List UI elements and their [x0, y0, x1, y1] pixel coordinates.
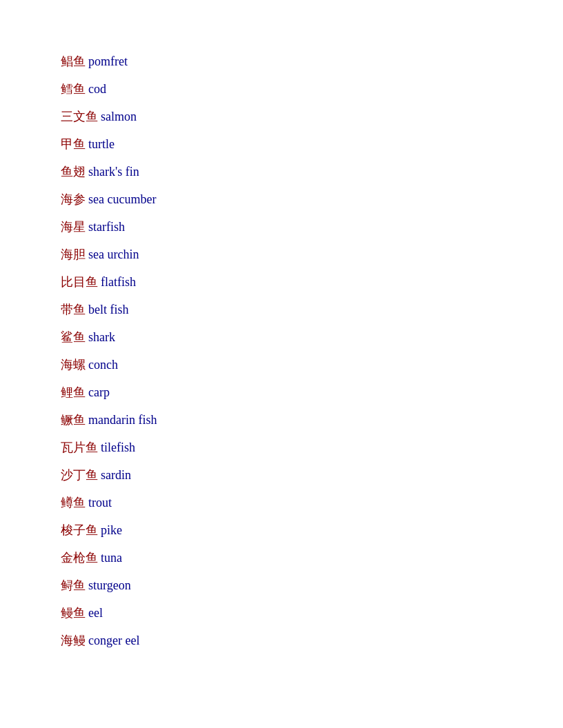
- chinese-text: 鲟鱼: [61, 578, 86, 592]
- chinese-text: 海螺: [61, 358, 86, 372]
- english-text: sea cucumber: [88, 192, 156, 206]
- chinese-text: 鳕鱼: [61, 82, 86, 96]
- english-text: pike: [101, 523, 122, 537]
- chinese-text: 沙丁鱼: [61, 468, 98, 482]
- chinese-text: 梭子鱼: [61, 523, 98, 537]
- chinese-text: 鱼翅: [61, 165, 86, 179]
- english-text: turtle: [88, 137, 115, 151]
- list-item: 金枪鱼tuna: [61, 552, 563, 564]
- english-text: trout: [88, 496, 112, 509]
- list-item: 鳟鱼trout: [61, 496, 563, 509]
- list-item: 三文鱼salmon: [61, 110, 563, 123]
- english-text: pomfret: [88, 54, 128, 68]
- list-item: 比目鱼flatfish: [61, 276, 563, 288]
- english-text: belt fish: [88, 303, 129, 316]
- english-text: sea urchin: [88, 247, 139, 261]
- list-item: 海星starfish: [61, 221, 563, 233]
- chinese-text: 海星: [61, 220, 86, 234]
- english-text: flatfish: [101, 275, 136, 289]
- english-text: salmon: [101, 110, 137, 123]
- list-item: 梭子鱼pike: [61, 524, 563, 536]
- english-text: tuna: [101, 551, 122, 565]
- chinese-text: 鳟鱼: [61, 496, 86, 509]
- chinese-text: 三文鱼: [61, 110, 98, 123]
- chinese-text: 甲鱼: [61, 137, 86, 151]
- english-text: sturgeon: [88, 578, 131, 592]
- chinese-text: 金枪鱼: [61, 551, 98, 565]
- chinese-text: 海鳗: [61, 634, 86, 647]
- english-text: mandarin fish: [88, 413, 157, 427]
- chinese-text: 比目鱼: [61, 275, 98, 289]
- chinese-text: 瓦片鱼: [61, 441, 98, 454]
- english-text: tilefish: [101, 441, 135, 454]
- english-text: conger eel: [88, 634, 139, 647]
- english-text: shark's fin: [88, 165, 139, 179]
- list-item: 甲鱼turtle: [61, 138, 563, 150]
- chinese-text: 鲨鱼: [61, 330, 86, 344]
- list-item: 鳜鱼mandarin fish: [61, 414, 563, 426]
- list-item: 海鳗conger eel: [61, 634, 563, 647]
- list-item: 鳗鱼eel: [61, 607, 563, 619]
- list-item: 鲳鱼pomfret: [61, 55, 563, 68]
- list-item: 鲟鱼sturgeon: [61, 579, 563, 592]
- chinese-text: 鳜鱼: [61, 413, 86, 427]
- list-item: 鲨鱼shark: [61, 331, 563, 343]
- english-text: starfish: [88, 220, 125, 234]
- english-text: eel: [88, 606, 103, 620]
- chinese-text: 海参: [61, 192, 86, 206]
- english-text: carp: [88, 385, 110, 399]
- chinese-text: 鲳鱼: [61, 54, 86, 68]
- english-text: shark: [88, 330, 115, 344]
- chinese-text: 海胆: [61, 247, 86, 261]
- list-item: 鱼翅shark's fin: [61, 165, 563, 178]
- list-item: 海胆sea urchin: [61, 248, 563, 261]
- chinese-text: 带鱼: [61, 303, 86, 316]
- list-item: 鲤鱼carp: [61, 386, 563, 398]
- list-item: 瓦片鱼tilefish: [61, 441, 563, 454]
- english-text: sardin: [101, 468, 131, 482]
- list-item: 沙丁鱼sardin: [61, 469, 563, 481]
- list-item: 鳕鱼cod: [61, 83, 563, 95]
- english-text: cod: [88, 82, 106, 96]
- chinese-text: 鳗鱼: [61, 606, 86, 620]
- chinese-text: 鲤鱼: [61, 385, 86, 399]
- english-text: conch: [88, 358, 118, 372]
- vocab-list: 鲳鱼pomfret鳕鱼cod三文鱼salmon甲鱼turtle鱼翅shark's…: [61, 55, 563, 662]
- list-item: 海参sea cucumber: [61, 193, 563, 205]
- list-item: 海螺conch: [61, 358, 563, 371]
- list-item: 带鱼belt fish: [61, 303, 563, 316]
